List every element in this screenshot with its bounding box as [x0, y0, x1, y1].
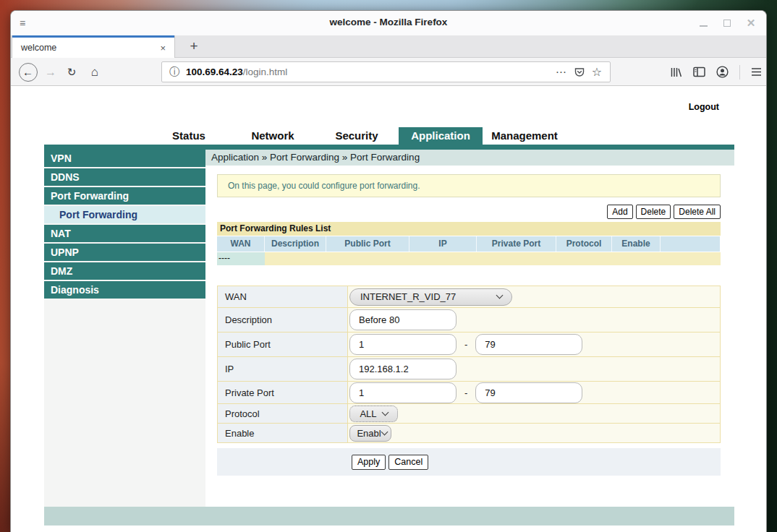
chevron-down-icon — [381, 408, 388, 416]
private-port-to-input[interactable] — [475, 382, 582, 403]
url-bar[interactable]: ⓘ 100.69.64.23 /login.html ⋯ ☆ — [161, 61, 611, 82]
protocol-label: Protocol — [218, 404, 348, 423]
navigation-toolbar: ← → ↻ ⌂ ⓘ 100.69.64.23 /login.html ⋯ ☆ — [11, 58, 766, 86]
cancel-button[interactable]: Cancel — [388, 455, 428, 470]
sidebar-item-upnp[interactable]: UPNP — [44, 244, 205, 261]
site-info-icon[interactable]: ⓘ — [169, 66, 179, 79]
main-content: Application » Port Forwarding » Port For… — [205, 150, 734, 507]
account-icon[interactable] — [716, 66, 729, 78]
nav-underline-bar — [44, 145, 734, 150]
browser-window: ≡ welcome - Mozilla Firefox ✕ welcome × … — [10, 10, 767, 532]
sidebar-item-vpn[interactable]: VPN — [44, 150, 205, 167]
url-path: /login.html — [243, 66, 288, 77]
ip-label: IP — [218, 357, 348, 381]
col-public-port: Public Port — [326, 236, 409, 252]
tab-close-icon[interactable]: × — [158, 43, 167, 53]
rules-table-header: WAN Description Public Port IP Private P… — [217, 236, 721, 252]
tab-title: welcome — [21, 43, 158, 53]
table-row: ---- — [217, 252, 721, 265]
col-protocol: Protocol — [556, 236, 612, 252]
wan-label: WAN — [218, 286, 348, 307]
sidebar-item-ddns[interactable]: DDNS — [44, 168, 205, 186]
private-port-label: Private Port — [218, 382, 348, 403]
top-nav: Status Network Security Application Mana… — [147, 127, 566, 145]
col-blank — [661, 236, 720, 252]
pocket-icon[interactable] — [574, 66, 585, 78]
public-port-from-input[interactable] — [349, 334, 457, 355]
maximize-button[interactable] — [722, 18, 732, 28]
sidebar-item-nat[interactable]: NAT — [44, 225, 205, 242]
reload-button[interactable]: ↻ — [64, 58, 80, 86]
rules-table-title: Port Forwarding Rules List — [217, 222, 721, 236]
description-input[interactable] — [349, 309, 457, 330]
menu-icon[interactable] — [751, 67, 762, 77]
nav-tab-management[interactable]: Management — [483, 127, 566, 145]
nav-tab-network[interactable]: Network — [231, 127, 315, 145]
sidebar-item-port-forwarding[interactable]: Port Forwarding — [44, 187, 205, 205]
col-description: Description — [265, 236, 326, 252]
page-viewport: Logout Status Network Security Applicati… — [11, 86, 766, 532]
forward-button[interactable]: → — [43, 58, 59, 86]
delete-button[interactable]: Delete — [636, 205, 671, 219]
page-hint: On this page, you could configure port f… — [217, 174, 721, 197]
page-hint-text: On this page, you could configure port f… — [228, 181, 420, 191]
window-title: welcome - Mozilla Firefox — [11, 17, 766, 27]
protocol-select[interactable]: ALL — [349, 406, 398, 422]
library-icon[interactable] — [670, 66, 682, 78]
page-footer-bar — [44, 507, 734, 525]
desktop-wallpaper: { "colors": { "teal": "#2e7b77", "tab-st… — [0, 0, 777, 532]
sidebar: VPN DDNS Port Forwarding Port Forwarding… — [44, 150, 205, 507]
public-port-label: Public Port — [218, 332, 348, 356]
protocol-select-value: ALL — [360, 408, 376, 419]
sidebar-item-diagnosis[interactable]: Diagnosis — [44, 281, 205, 299]
page-actions-icon[interactable]: ⋯ — [556, 66, 567, 79]
wan-select-value: INTERNET_R_VID_77 — [360, 291, 456, 302]
wan-select[interactable]: INTERNET_R_VID_77 — [349, 288, 512, 306]
range-dash: - — [464, 387, 467, 398]
chevron-down-icon — [381, 428, 388, 435]
enable-select[interactable]: Enabl — [349, 425, 391, 442]
rule-form: WAN INTERNET_R_VID_77 Description — [217, 286, 721, 443]
minimize-button[interactable] — [698, 18, 708, 28]
public-port-to-input[interactable] — [475, 334, 582, 355]
apply-button[interactable]: Apply — [352, 455, 386, 470]
tab-welcome[interactable]: welcome × — [12, 35, 175, 58]
tab-bar: welcome × + — [11, 35, 766, 58]
delete-all-button[interactable]: Delete All — [674, 205, 721, 219]
home-button[interactable]: ⌂ — [86, 58, 103, 86]
close-button[interactable]: ✕ — [746, 18, 756, 28]
nav-tab-application[interactable]: Application — [399, 127, 483, 145]
sidebar-item-dmz[interactable]: DMZ — [44, 262, 205, 280]
description-label: Description — [218, 308, 348, 332]
nav-tab-security[interactable]: Security — [315, 127, 399, 145]
bookmark-star-icon[interactable]: ☆ — [592, 65, 603, 79]
col-private-port: Private Port — [477, 236, 556, 252]
nav-tab-status[interactable]: Status — [147, 127, 231, 145]
url-host: 100.69.64.23 — [186, 66, 243, 77]
title-bar: ≡ welcome - Mozilla Firefox ✕ — [11, 11, 766, 35]
add-button[interactable]: Add — [607, 205, 632, 219]
form-footer: Apply Cancel — [217, 448, 721, 476]
rule-actions: Add Delete Delete All — [217, 205, 721, 219]
chevron-down-icon — [496, 292, 504, 299]
empty-row-marker: ---- — [217, 252, 265, 265]
enable-select-value: Enabl — [357, 428, 381, 439]
range-dash: - — [464, 339, 467, 350]
ip-input[interactable] — [349, 359, 457, 379]
sidebar-subitem-port-forwarding[interactable]: Port Forwarding — [44, 206, 205, 223]
sidebar-toggle-icon[interactable] — [693, 66, 705, 77]
col-wan: WAN — [217, 236, 265, 252]
private-port-from-input[interactable] — [349, 382, 457, 403]
col-enable: Enable — [612, 236, 661, 252]
new-tab-button[interactable]: + — [184, 37, 203, 56]
col-ip: IP — [409, 236, 477, 252]
empty-row-rest — [265, 252, 721, 265]
rules-table: Port Forwarding Rules List WAN Descripti… — [217, 222, 721, 265]
toolbar-separator — [739, 65, 740, 80]
logout-link[interactable]: Logout — [689, 102, 719, 112]
back-button[interactable]: ← — [18, 58, 38, 86]
enable-label: Enable — [218, 424, 348, 442]
breadcrumb: Application » Port Forwarding » Port For… — [205, 150, 734, 166]
